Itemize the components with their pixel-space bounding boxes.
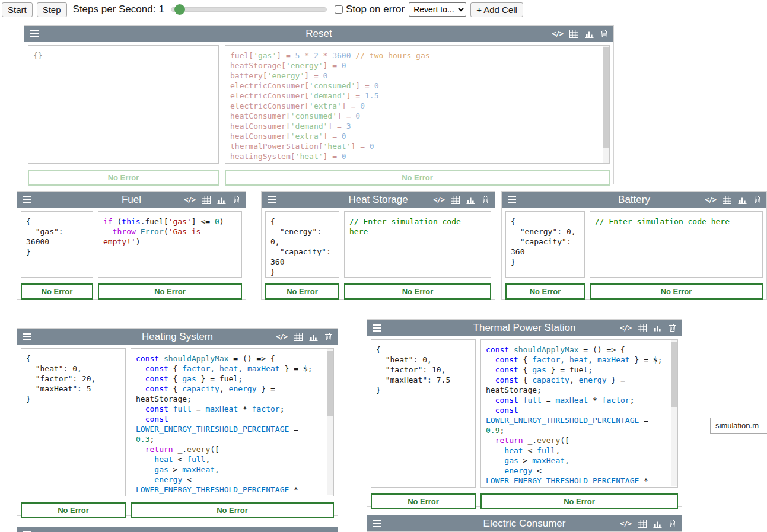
- cell-statuses: No Error No Error: [367, 493, 682, 513]
- delete-cell-icon[interactable]: [233, 195, 240, 204]
- code-view-icon[interactable]: </>: [276, 333, 287, 341]
- header-icons: </>: [620, 519, 676, 528]
- header-icons: </>: [276, 332, 332, 341]
- cell-statuses: No Error No Error: [262, 283, 495, 303]
- scrollbar-thumb[interactable]: [327, 351, 333, 416]
- code-status: No Error: [480, 493, 678, 509]
- code-status: No Error: [590, 283, 763, 300]
- chart-view-icon[interactable]: [309, 333, 318, 341]
- code-status: No Error: [131, 502, 334, 518]
- scrollbar[interactable]: [671, 340, 677, 486]
- code-editor[interactable]: const shouldApplyMax = () => { const { f…: [480, 339, 678, 488]
- state-editor[interactable]: {}: [28, 45, 219, 164]
- table-view-icon[interactable]: [638, 324, 647, 332]
- code-view-icon[interactable]: </>: [620, 324, 631, 332]
- scrollbar-thumb[interactable]: [603, 47, 609, 148]
- delete-cell-icon[interactable]: [482, 195, 489, 204]
- menu-icon[interactable]: [30, 30, 39, 38]
- code-view-icon[interactable]: </>: [552, 30, 563, 38]
- add-cell-button[interactable]: + Add Cell: [470, 2, 523, 17]
- state-editor[interactable]: { "gas": 36000 }: [21, 211, 93, 278]
- stop-on-error-label: Stop on error: [346, 4, 405, 15]
- slider-knob[interactable]: [174, 4, 185, 15]
- table-view-icon[interactable]: [294, 333, 303, 341]
- code-editor[interactable]: if (this.fuel['gas'] <= 0) throw Error('…: [98, 211, 242, 278]
- cell-header: Reset </>: [24, 26, 613, 42]
- cell-header: Heating System </>: [17, 329, 338, 345]
- delete-cell-icon[interactable]: [669, 323, 676, 332]
- table-view-icon[interactable]: [569, 30, 578, 38]
- table-view-icon[interactable]: [202, 196, 211, 204]
- menu-icon[interactable]: [373, 520, 382, 528]
- start-button[interactable]: Start: [2, 2, 33, 17]
- code-status: No Error: [344, 283, 491, 300]
- menu-icon[interactable]: [267, 196, 276, 204]
- state-status: No Error: [28, 170, 219, 186]
- scrollbar[interactable]: [603, 46, 609, 163]
- stop-on-error[interactable]: Stop on error: [335, 4, 405, 15]
- cell-reset: Reset </> {} fuel['gas'] = 5 * 2 * 3600 …: [24, 25, 614, 184]
- stop-on-error-checkbox[interactable]: [335, 5, 343, 14]
- cell-heat-storage: Heat Storage </> { "energy": 0, "capacit…: [261, 191, 495, 300]
- cell-body: {} fuel['gas'] = 5 * 2 * 3600 // two hou…: [24, 42, 613, 167]
- cell-header: Fuel </>: [17, 192, 246, 208]
- menu-icon[interactable]: [23, 196, 32, 204]
- cell-partial-header: [17, 527, 338, 532]
- speed-slider[interactable]: [171, 4, 327, 15]
- header-icons: </>: [552, 29, 608, 38]
- cell-electric-consumer: Electric Consumer </>: [367, 515, 682, 532]
- code-view-icon[interactable]: </>: [705, 196, 716, 204]
- code-status: No Error: [225, 170, 610, 186]
- state-editor[interactable]: { "energy": 0, "capacity": 360 }: [265, 211, 339, 278]
- table-view-icon[interactable]: [638, 520, 647, 528]
- cell-statuses: No Error No Error: [24, 170, 613, 189]
- chart-view-icon[interactable]: [217, 196, 226, 204]
- chart-view-icon[interactable]: [653, 324, 662, 332]
- header-icons: </>: [184, 195, 240, 204]
- code-view-icon[interactable]: </>: [184, 196, 195, 204]
- code-view-icon[interactable]: </>: [620, 520, 631, 528]
- scrollbar[interactable]: [327, 349, 333, 495]
- state-status: No Error: [505, 283, 585, 300]
- code-editor[interactable]: fuel['gas'] = 5 * 2 * 3600 // two hours …: [225, 45, 610, 164]
- scrollbar-thumb[interactable]: [671, 342, 677, 407]
- table-view-icon[interactable]: [451, 196, 460, 204]
- code-editor[interactable]: const shouldApplyMax = () => { const { f…: [131, 348, 334, 496]
- toolbar: Start Step Steps per Second: 1 Stop on e…: [0, 0, 767, 19]
- code-editor[interactable]: // Enter simulation code here: [344, 211, 491, 278]
- header-icons: </>: [620, 323, 676, 332]
- cell-body: { "energy": 0, "capacity": 360 } // Ente…: [502, 208, 766, 281]
- cell-statuses: No Error No Error: [502, 283, 766, 303]
- step-button[interactable]: Step: [37, 2, 67, 17]
- delete-cell-icon[interactable]: [753, 195, 761, 204]
- menu-icon[interactable]: [23, 333, 32, 341]
- chart-view-icon[interactable]: [738, 196, 747, 204]
- delete-cell-icon[interactable]: [669, 519, 676, 528]
- chart-view-icon[interactable]: [585, 30, 594, 38]
- revert-select[interactable]: Revert to...: [409, 2, 466, 17]
- state-editor[interactable]: { "heat": 0, "factor": 10, "maxHeat": 7.…: [371, 339, 476, 488]
- code-view-icon[interactable]: </>: [433, 196, 444, 204]
- state-status: No Error: [21, 502, 126, 518]
- header-icons: </>: [433, 195, 489, 204]
- code-status: No Error: [98, 283, 242, 300]
- state-editor[interactable]: { "heat": 0, "factor": 20, "maxHeat": 5 …: [21, 348, 126, 496]
- delete-cell-icon[interactable]: [600, 29, 608, 38]
- chart-view-icon[interactable]: [466, 196, 475, 204]
- cell-body: { "gas": 36000 } if (this.fuel['gas'] <=…: [17, 208, 246, 281]
- code-editor[interactable]: // Enter simulation code here: [590, 211, 763, 278]
- table-view-icon[interactable]: [723, 196, 731, 204]
- delete-cell-icon[interactable]: [324, 332, 332, 341]
- menu-icon[interactable]: [373, 324, 382, 332]
- slider-track[interactable]: [171, 7, 327, 12]
- cell-battery: Battery </> { "energy": 0, "capacity": 3…: [501, 191, 767, 300]
- cell-statuses: No Error No Error: [17, 502, 338, 522]
- state-status: No Error: [265, 283, 339, 300]
- chart-view-icon[interactable]: [653, 520, 662, 528]
- state-editor[interactable]: { "energy": 0, "capacity": 360 }: [505, 211, 585, 278]
- cell-body: { "energy": 0, "capacity": 360 } // Ente…: [262, 208, 495, 281]
- state-status: No Error: [21, 283, 93, 300]
- menu-icon[interactable]: [507, 196, 517, 204]
- cell-body: { "heat": 0, "factor": 20, "maxHeat": 5 …: [17, 345, 338, 500]
- cell-thermal-power-station: Thermal Power Station </> { "heat": 0, "…: [367, 319, 682, 507]
